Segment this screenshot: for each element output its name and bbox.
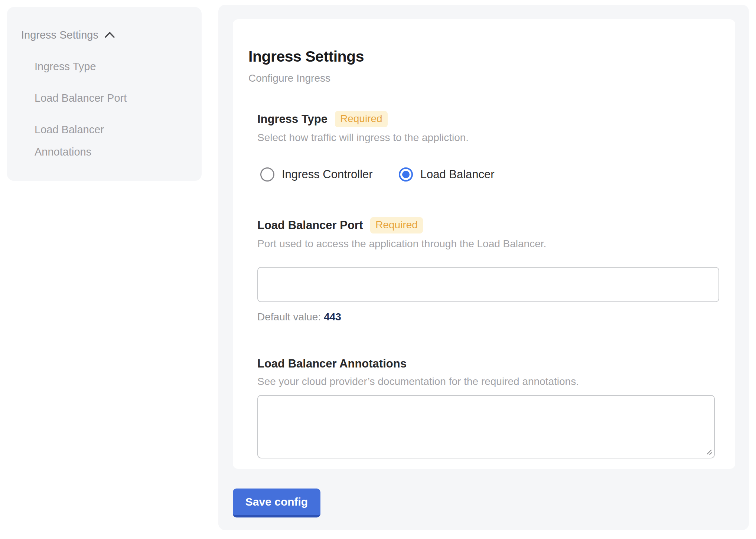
sidebar-group-ingress-settings[interactable]: Ingress Settings [21, 29, 191, 41]
section-title-ingress-type: Ingress Type [257, 112, 328, 127]
radio-button-load-balancer[interactable] [399, 167, 413, 182]
radio-label-load-balancer: Load Balancer [420, 168, 495, 181]
sidebar-item-load-balancer-port[interactable]: Load Balancer Port [35, 87, 161, 109]
page-subtitle: Configure Ingress [248, 72, 714, 84]
chevron-up-icon[interactable] [104, 31, 115, 39]
section-load-balancer-annotations: Load Balancer Annotations See your cloud… [257, 356, 714, 458]
sidebar-item-load-balancer-annotations[interactable]: Load Balancer Annotations [35, 118, 161, 163]
settings-card: Ingress Settings Configure Ingress Ingre… [233, 19, 735, 469]
ingress-type-radio-group: Ingress Controller Load Balancer [260, 167, 714, 182]
default-value-line: Default value:443 [257, 311, 714, 323]
sidebar: Ingress Settings Ingress Type Load Balan… [7, 7, 202, 181]
radio-label-ingress-controller: Ingress Controller [282, 168, 373, 181]
load-balancer-port-input[interactable] [257, 267, 719, 302]
resize-handle-icon[interactable] [706, 448, 713, 456]
section-title-load-balancer-port: Load Balancer Port [257, 218, 363, 233]
radio-option-ingress-controller[interactable]: Ingress Controller [260, 167, 373, 182]
default-value-label: Default value: [257, 311, 321, 323]
section-ingress-type: Ingress Type Required Select how traffic… [257, 111, 714, 182]
radio-option-load-balancer[interactable]: Load Balancer [399, 167, 495, 182]
radio-button-ingress-controller[interactable] [260, 167, 274, 182]
section-description-load-balancer-annotations: See your cloud provider’s documentation … [257, 376, 714, 388]
section-description-ingress-type: Select how traffic will ingress to the a… [257, 132, 714, 144]
section-description-load-balancer-port: Port used to access the application thro… [257, 238, 714, 250]
section-title-load-balancer-annotations: Load Balancer Annotations [257, 356, 407, 371]
page-title: Ingress Settings [248, 48, 714, 65]
sidebar-item-ingress-type[interactable]: Ingress Type [35, 55, 161, 78]
save-config-button[interactable]: Save config [233, 489, 320, 517]
sidebar-nav: Ingress Type Load Balancer Port Load Bal… [35, 55, 191, 163]
default-value: 443 [324, 311, 341, 323]
sidebar-group-label: Ingress Settings [21, 29, 98, 41]
required-badge: Required [370, 217, 423, 233]
section-load-balancer-port: Load Balancer Port Required Port used to… [257, 217, 714, 323]
required-badge: Required [335, 111, 388, 127]
load-balancer-annotations-textarea[interactable] [257, 395, 715, 458]
annotations-textarea-wrap [257, 395, 715, 458]
settings-panel: Ingress Settings Configure Ingress Ingre… [218, 5, 749, 530]
